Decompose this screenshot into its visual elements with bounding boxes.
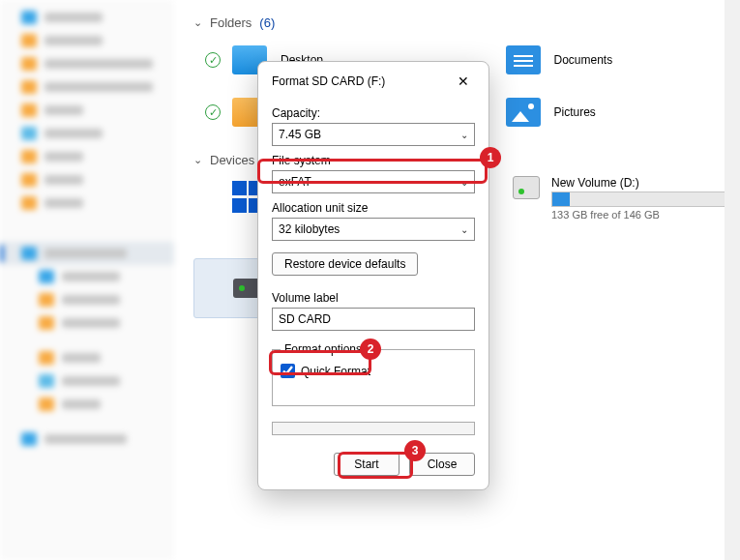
capacity-value: 7.45 GB bbox=[279, 128, 321, 141]
chevron-down-icon: ⌄ bbox=[460, 177, 468, 188]
section-label: Devices bbox=[210, 153, 254, 167]
chevron-down-icon[interactable]: ⌄ bbox=[193, 16, 202, 29]
capacity-label: Capacity: bbox=[272, 106, 475, 120]
quick-format-label: Quick Format bbox=[301, 365, 370, 378]
chevron-down-icon[interactable]: ⌄ bbox=[193, 154, 202, 166]
sync-check-icon: ✓ bbox=[205, 52, 221, 68]
format-dialog: Format SD CARD (F:) ✕ Capacity: 7.45 GB … bbox=[257, 61, 489, 490]
sidebar-navigation bbox=[0, 0, 174, 560]
quick-format-option[interactable]: Quick Format bbox=[281, 364, 466, 378]
dialog-title: Format SD CARD (F:) bbox=[272, 74, 385, 88]
chevron-down-icon: ⌄ bbox=[460, 224, 468, 235]
volume-label-input[interactable] bbox=[272, 308, 475, 331]
device-item-new-volume[interactable]: New Volume (D:) 133 GB free of 146 GB bbox=[513, 176, 725, 221]
scrollbar[interactable] bbox=[725, 0, 740, 560]
section-count: (6) bbox=[259, 15, 275, 30]
filesystem-label: File system bbox=[272, 154, 475, 167]
drive-usage-bar bbox=[551, 192, 725, 207]
drive-title: New Volume (D:) bbox=[551, 176, 725, 190]
folder-label: Documents bbox=[554, 53, 613, 67]
documents-icon bbox=[506, 45, 541, 74]
chevron-down-icon: ⌄ bbox=[460, 130, 468, 140]
alloc-label: Allocation unit size bbox=[272, 201, 475, 215]
filesystem-dropdown[interactable]: exFAT ⌄ bbox=[272, 170, 475, 193]
format-options-legend: Format options bbox=[281, 342, 366, 356]
alloc-dropdown[interactable]: 32 kilobytes ⌄ bbox=[272, 218, 475, 241]
close-icon[interactable]: ✕ bbox=[452, 72, 475, 91]
sync-check-icon: ✓ bbox=[205, 104, 221, 120]
section-label: Folders bbox=[210, 15, 252, 30]
progress-bar bbox=[272, 422, 475, 435]
drive-free-text: 133 GB free of 146 GB bbox=[551, 209, 725, 221]
pictures-icon bbox=[506, 98, 541, 127]
folder-label: Pictures bbox=[554, 105, 596, 119]
format-options-group: Format options Quick Format bbox=[272, 342, 475, 406]
filesystem-value: exFAT bbox=[279, 175, 311, 189]
volume-label-label: Volume label bbox=[272, 291, 475, 305]
restore-defaults-button[interactable]: Restore device defaults bbox=[272, 252, 418, 276]
start-button[interactable]: Start bbox=[334, 453, 400, 476]
folder-item-pictures[interactable]: Pictures bbox=[467, 92, 741, 144]
close-button[interactable]: Close bbox=[409, 453, 475, 476]
alloc-value: 32 kilobytes bbox=[279, 222, 340, 236]
capacity-dropdown[interactable]: 7.45 GB ⌄ bbox=[272, 123, 475, 146]
quick-format-checkbox[interactable] bbox=[281, 364, 295, 378]
folder-item-documents[interactable]: Documents bbox=[467, 40, 741, 92]
drive-icon bbox=[513, 176, 540, 199]
